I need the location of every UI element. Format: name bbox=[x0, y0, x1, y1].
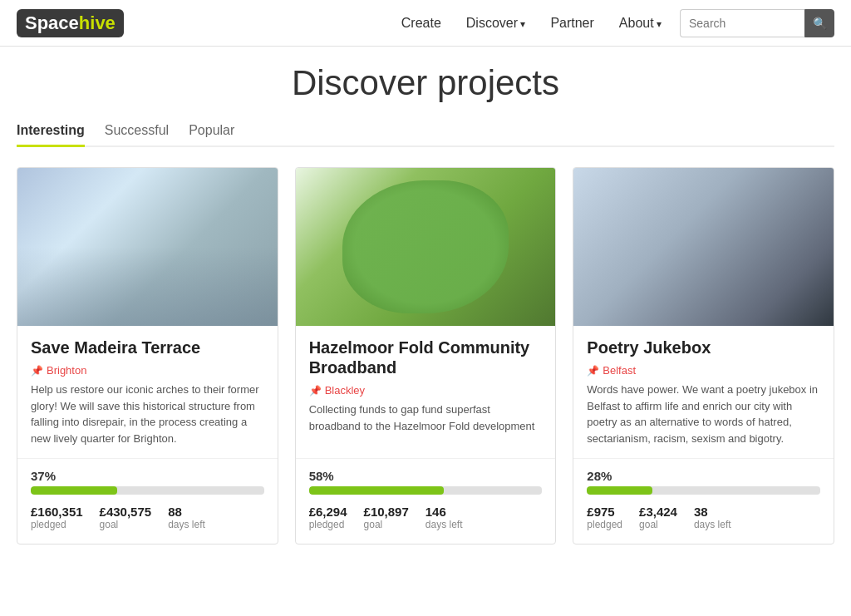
nav-links: Create Discover Partner About bbox=[391, 11, 671, 36]
cards-grid: Save Madeira Terrace 📌 Brighton Help us … bbox=[17, 167, 834, 545]
nav-discover[interactable]: Discover bbox=[456, 11, 536, 36]
search-form: 🔍 bbox=[680, 9, 834, 37]
card-save-madeira: Save Madeira Terrace 📌 Brighton Help us … bbox=[17, 167, 278, 545]
card-desc-1: Help us restore our iconic arches to the… bbox=[31, 382, 264, 446]
card-body-3: Poetry Jukebox 📌 Belfast Words have powe… bbox=[573, 326, 834, 458]
stat-pledged-1: £160,351 pledged bbox=[31, 505, 83, 530]
stat-pledged-value-2: £6,294 bbox=[309, 505, 347, 519]
card-title-2: Hazelmoor Fold Community Broadband bbox=[309, 338, 543, 377]
card-location-3: 📌 Belfast bbox=[587, 364, 820, 377]
progress-bar-bg-1 bbox=[31, 486, 264, 495]
stat-days-3: 38 days left bbox=[694, 505, 731, 530]
stat-goal-value-1: £430,575 bbox=[100, 505, 152, 519]
logo-space: Space bbox=[25, 12, 79, 33]
stat-pledged-value-1: £160,351 bbox=[31, 505, 83, 519]
progress-pct-2: 58% bbox=[309, 469, 543, 483]
nav-about[interactable]: About bbox=[609, 11, 671, 36]
progress-bar-fill-2 bbox=[309, 486, 445, 495]
card-title-1: Save Madeira Terrace bbox=[31, 338, 264, 357]
stat-pledged-3: £975 pledged bbox=[587, 505, 622, 530]
card-poetry-jukebox: Poetry Jukebox 📌 Belfast Words have powe… bbox=[573, 167, 834, 545]
search-button[interactable]: 🔍 bbox=[804, 9, 834, 37]
stat-days-value-3: 38 bbox=[694, 505, 731, 519]
stat-days-label-2: days left bbox=[426, 519, 463, 530]
card-desc-2: Collecting funds to gap fund superfast b… bbox=[309, 402, 543, 446]
location-pin-icon-2: 📌 bbox=[309, 385, 322, 397]
stat-goal-value-2: £10,897 bbox=[364, 505, 409, 519]
card-footer-3: 28% £975 pledged £3,424 goal 38 day bbox=[573, 458, 834, 544]
nav-create[interactable]: Create bbox=[391, 11, 451, 36]
stat-days-label-1: days left bbox=[168, 519, 205, 530]
card-footer-1: 37% £160,351 pledged £430,575 goal 88 bbox=[17, 458, 278, 544]
card-title-3: Poetry Jukebox bbox=[587, 338, 820, 357]
stat-goal-1: £430,575 goal bbox=[100, 505, 152, 530]
tab-successful[interactable]: Successful bbox=[105, 123, 169, 147]
card-image-3 bbox=[573, 168, 834, 326]
stat-goal-2: £10,897 goal bbox=[364, 505, 409, 530]
progress-pct-1: 37% bbox=[31, 469, 264, 483]
card-body-1: Save Madeira Terrace 📌 Brighton Help us … bbox=[17, 326, 278, 458]
progress-pct-3: 28% bbox=[587, 469, 820, 483]
stat-pledged-2: £6,294 pledged bbox=[309, 505, 347, 530]
main-content: Discover projects Interesting Successful… bbox=[0, 47, 851, 578]
card-desc-3: Words have power. We want a poetry jukeb… bbox=[587, 382, 820, 446]
stat-goal-label-1: goal bbox=[100, 519, 152, 530]
stat-pledged-label-1: pledged bbox=[31, 519, 83, 530]
tab-popular[interactable]: Popular bbox=[189, 123, 234, 147]
logo-hive: hive bbox=[79, 12, 116, 33]
tabs: Interesting Successful Popular bbox=[17, 123, 834, 147]
card-location-1: 📌 Brighton bbox=[31, 364, 264, 377]
card-map-shape bbox=[342, 180, 509, 313]
stats-row-2: £6,294 pledged £10,897 goal 146 days lef… bbox=[309, 505, 543, 530]
location-pin-icon-3: 📌 bbox=[587, 365, 599, 377]
logo[interactable]: Spacehive bbox=[17, 9, 124, 37]
progress-bar-bg-3 bbox=[587, 486, 820, 495]
progress-bar-bg-2 bbox=[309, 486, 543, 495]
stat-days-2: 146 days left bbox=[426, 505, 463, 530]
card-footer-2: 58% £6,294 pledged £10,897 goal 146 bbox=[296, 458, 556, 544]
card-location-2: 📌 Blackley bbox=[309, 384, 543, 397]
stat-goal-label-2: goal bbox=[364, 519, 409, 530]
stat-days-value-2: 146 bbox=[426, 505, 463, 519]
stat-days-label-3: days left bbox=[694, 519, 731, 530]
stats-row-3: £975 pledged £3,424 goal 38 days left bbox=[587, 505, 820, 530]
stat-pledged-label-2: pledged bbox=[309, 519, 347, 530]
stat-days-1: 88 days left bbox=[168, 505, 205, 530]
search-input[interactable] bbox=[680, 9, 804, 37]
card-body-2: Hazelmoor Fold Community Broadband 📌 Bla… bbox=[296, 326, 556, 458]
progress-bar-fill-1 bbox=[31, 486, 117, 495]
card-hazelmoor: Hazelmoor Fold Community Broadband 📌 Bla… bbox=[295, 167, 557, 545]
nav-partner[interactable]: Partner bbox=[540, 11, 603, 36]
page-title: Discover projects bbox=[17, 63, 834, 103]
card-image-1 bbox=[17, 168, 278, 326]
card-image-2 bbox=[296, 168, 556, 326]
navbar: Spacehive Create Discover Partner About … bbox=[0, 0, 851, 47]
progress-bar-fill-3 bbox=[587, 486, 652, 495]
stat-days-value-1: 88 bbox=[168, 505, 205, 519]
stat-goal-value-3: £3,424 bbox=[639, 505, 677, 519]
location-pin-icon-1: 📌 bbox=[31, 365, 43, 377]
stat-goal-label-3: goal bbox=[639, 519, 677, 530]
stat-goal-3: £3,424 goal bbox=[639, 505, 677, 530]
stat-pledged-label-3: pledged bbox=[587, 519, 622, 530]
tab-interesting[interactable]: Interesting bbox=[17, 123, 85, 147]
stat-pledged-value-3: £975 bbox=[587, 505, 622, 519]
stats-row-1: £160,351 pledged £430,575 goal 88 days l… bbox=[31, 505, 264, 530]
